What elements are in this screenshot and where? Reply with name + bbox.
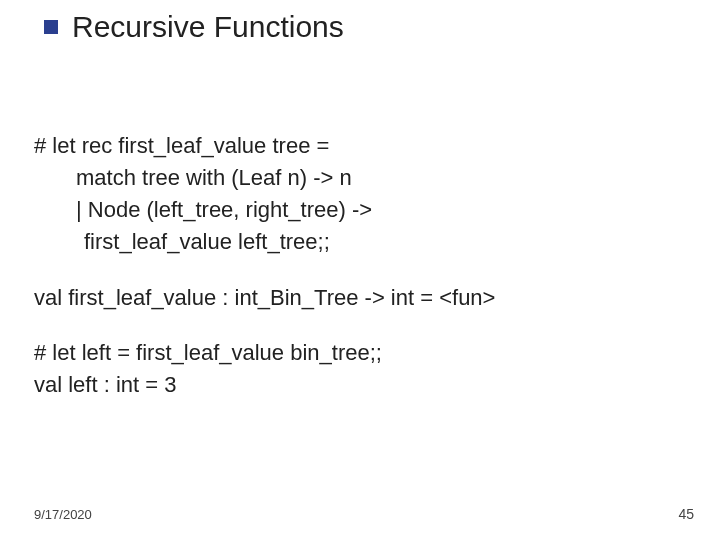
slide-body: # let rec first_leaf_value tree = match … bbox=[34, 130, 674, 401]
footer-page-number: 45 bbox=[678, 506, 694, 522]
code-line: | Node (left_tree, right_tree) -> bbox=[34, 194, 674, 226]
code-line: # let rec first_leaf_value tree = bbox=[34, 130, 674, 162]
code-line: val left : int = 3 bbox=[34, 369, 674, 401]
code-line: # let left = first_leaf_value bin_tree;; bbox=[34, 337, 674, 369]
slide-title: Recursive Functions bbox=[72, 10, 344, 44]
code-line: match tree with (Leaf n) -> n bbox=[34, 162, 674, 194]
title-bullet-icon bbox=[44, 20, 58, 34]
footer-date: 9/17/2020 bbox=[34, 507, 92, 522]
code-line: first_leaf_value left_tree;; bbox=[34, 226, 674, 258]
code-line: val first_leaf_value : int_Bin_Tree -> i… bbox=[34, 282, 674, 314]
title-row: Recursive Functions bbox=[44, 10, 344, 44]
slide: Recursive Functions # let rec first_leaf… bbox=[0, 0, 720, 540]
